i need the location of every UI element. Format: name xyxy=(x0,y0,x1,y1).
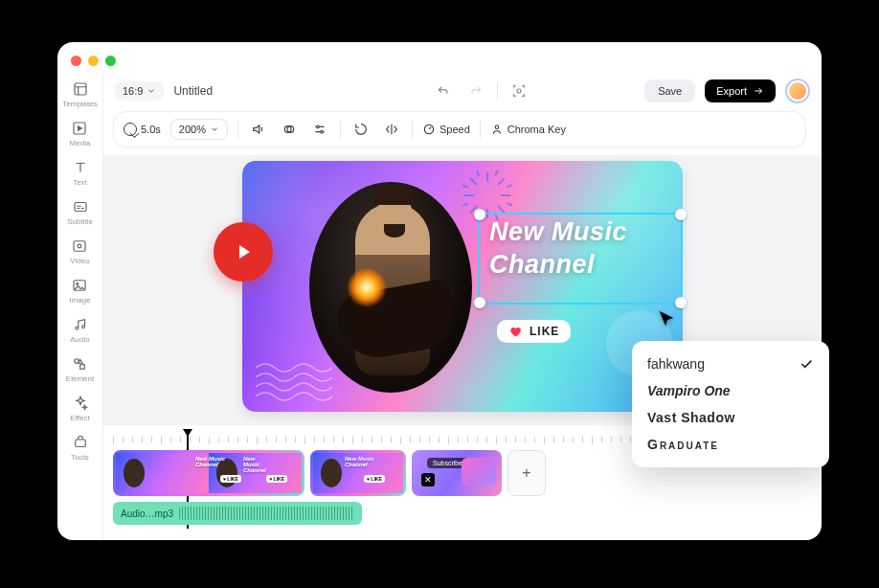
export-label: Export xyxy=(716,85,747,97)
sidebar-label: Effect xyxy=(70,414,89,422)
adjust-button[interactable] xyxy=(309,119,330,140)
resize-handle-bl[interactable] xyxy=(474,297,485,308)
youtube-badge[interactable] xyxy=(214,222,273,282)
window-minimize-button[interactable] xyxy=(88,56,99,66)
video-clip-1[interactable]: New MusicChannel♥ LIKE New MusicChannel♥… xyxy=(113,450,304,496)
zoom-value: 200% xyxy=(179,124,206,135)
video-clip-2[interactable]: New MusicChannel♥ LIKE xyxy=(310,450,406,496)
app-window: Templates Media Text Subtitle Video Imag… xyxy=(57,42,822,540)
volume-icon xyxy=(251,122,266,137)
font-name: Vast Shadow xyxy=(647,410,735,425)
sidebar-label: Element xyxy=(66,374,94,383)
svg-point-18 xyxy=(495,125,499,129)
svg-point-4 xyxy=(79,244,82,248)
element-icon xyxy=(71,355,88,373)
duration-value: 5.0s xyxy=(141,124,161,135)
sidebar-item-templates[interactable]: Templates xyxy=(62,80,97,108)
sidebar-label: Audio xyxy=(70,335,89,344)
svg-rect-0 xyxy=(75,83,86,95)
person-photo-oval[interactable] xyxy=(309,182,472,393)
resize-handle-tr[interactable] xyxy=(675,209,687,220)
chevron-down-icon xyxy=(210,124,219,134)
sidebar-item-image[interactable]: Image xyxy=(69,277,90,305)
project-title-input[interactable] xyxy=(173,84,317,98)
sidebar-item-subtitle[interactable]: Subtitle xyxy=(67,198,93,226)
save-button[interactable]: Save xyxy=(644,79,695,102)
clip-close-icon: ✕ xyxy=(421,473,435,486)
svg-rect-3 xyxy=(74,241,85,252)
sidebar-item-text[interactable]: Text xyxy=(72,159,89,187)
speed-button[interactable]: Speed xyxy=(422,123,470,136)
font-option-fahkwang[interactable]: fahkwang xyxy=(632,351,829,377)
sidebar-label: Video xyxy=(70,257,89,265)
headline-line2: Channel xyxy=(489,249,627,282)
undo-icon xyxy=(436,83,451,99)
svg-rect-11 xyxy=(75,440,85,447)
video-icon xyxy=(71,237,88,255)
sidebar-item-audio[interactable]: Audio xyxy=(70,316,89,344)
aspect-ratio-dropdown[interactable]: 16:9 xyxy=(115,81,164,101)
add-clip-button[interactable]: + xyxy=(507,450,546,496)
headline-text[interactable]: New Music Channel xyxy=(489,216,627,282)
font-dropdown-menu: fahkwang Vampiro One Vast Shadow Graduat… xyxy=(632,341,829,467)
focus-button[interactable] xyxy=(507,79,530,102)
window-close-button[interactable] xyxy=(71,56,81,66)
svg-line-28 xyxy=(507,185,512,187)
undo-button[interactable] xyxy=(432,79,455,102)
volume-button[interactable] xyxy=(248,119,269,140)
svg-line-29 xyxy=(507,203,512,205)
divider xyxy=(497,82,498,100)
svg-rect-10 xyxy=(80,365,85,370)
sidebar-item-effect[interactable]: Effect xyxy=(70,395,89,422)
flip-icon xyxy=(384,122,399,137)
flip-button[interactable] xyxy=(381,119,402,140)
rotate-icon xyxy=(353,122,369,137)
templates-icon xyxy=(72,80,89,98)
video-canvas[interactable]: New Music Channel LIKE xyxy=(242,161,683,412)
canvas-toolbar: 5.0s 200% Speed Chroma Key xyxy=(113,111,806,147)
crosshair-icon xyxy=(511,83,527,99)
svg-rect-2 xyxy=(75,203,86,212)
audio-clip[interactable]: Audio…mp3 xyxy=(113,502,362,525)
divider xyxy=(237,121,238,138)
zoom-dropdown[interactable]: 200% xyxy=(170,119,228,140)
font-name: fahkwang xyxy=(647,356,705,372)
redo-button[interactable] xyxy=(464,79,487,102)
chroma-key-button[interactable]: Chroma Key xyxy=(490,123,566,136)
font-option-graduate[interactable]: Graduate xyxy=(632,431,829,458)
text-icon xyxy=(72,159,89,176)
sidebar-item-video[interactable]: Video xyxy=(70,237,89,265)
sidebar-item-media[interactable]: Media xyxy=(70,120,91,147)
rotate-button[interactable] xyxy=(350,119,372,140)
sidebar-item-element[interactable]: Element xyxy=(66,355,94,383)
sidebar-item-tools[interactable]: Tools xyxy=(71,434,89,462)
cursor-pointer xyxy=(656,308,677,333)
like-chip[interactable]: LIKE xyxy=(497,320,571,343)
person-icon xyxy=(490,123,504,136)
chroma-label: Chroma Key xyxy=(507,124,566,135)
user-avatar[interactable] xyxy=(785,79,810,103)
font-option-vast[interactable]: Vast Shadow xyxy=(632,404,829,431)
overlap-icon xyxy=(282,122,297,137)
svg-line-33 xyxy=(462,186,468,188)
color-button[interactable] xyxy=(279,119,300,140)
font-option-vampiro[interactable]: Vampiro One xyxy=(632,377,829,404)
video-clip-3[interactable]: Subscribe ✕ xyxy=(412,450,502,496)
sliders-icon xyxy=(312,122,327,137)
divider xyxy=(412,121,413,138)
top-bar: 16:9 Save Export xyxy=(103,75,822,107)
resize-handle-tl[interactable] xyxy=(474,209,485,220)
svg-point-8 xyxy=(81,326,84,328)
timer-icon xyxy=(124,123,137,136)
arrow-right-icon xyxy=(753,85,764,97)
export-button[interactable]: Export xyxy=(705,79,776,102)
sidebar-label: Tools xyxy=(71,453,89,462)
svg-line-27 xyxy=(495,170,497,176)
duration-chip[interactable]: 5.0s xyxy=(124,123,161,136)
left-sidebar: Templates Media Text Subtitle Video Imag… xyxy=(57,75,103,540)
effect-icon xyxy=(72,395,89,412)
window-maximize-button[interactable] xyxy=(105,56,116,66)
resize-handle-br[interactable] xyxy=(675,297,687,308)
audio-icon xyxy=(72,316,89,333)
window-traffic-lights xyxy=(71,56,116,66)
